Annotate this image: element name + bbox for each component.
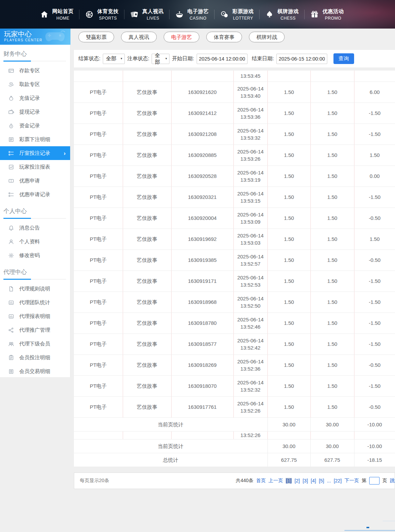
page-link-1[interactable]: [1] (286, 478, 292, 483)
share-icon (8, 327, 14, 333)
end-date-input[interactable] (276, 54, 327, 64)
page-link-3[interactable]: [3] (303, 478, 308, 483)
tab-chess-battle[interactable]: 棋牌对战 (249, 32, 285, 42)
cell-valid-bet: 1.50 (310, 333, 354, 354)
nav-item-label-en: HOME (52, 16, 74, 21)
page-summary-bet: 30.00 (267, 439, 310, 453)
hall-list-icon (8, 150, 14, 156)
nav-item-lottery[interactable]: 彩票游戏 LOTTERY (215, 8, 259, 21)
page-links: [1][2][3][4][5]...[22] (286, 478, 342, 483)
page-summary-row: 当前页统计 30.00 30.00 -10.00 (74, 439, 395, 453)
sidebar-item-member-bet-details[interactable]: 会员投注明细 › (0, 351, 70, 364)
next-page-link[interactable]: 下一页 (344, 478, 359, 484)
scrollbar-track[interactable] (344, 530, 395, 531)
first-page-link[interactable]: 首页 (256, 478, 266, 484)
page-ellipsis[interactable]: ... (327, 478, 331, 483)
order-status-select[interactable]: 全部 ▼ (152, 54, 169, 64)
sidebar-item-promo-apply[interactable]: 优惠申请 › (0, 174, 70, 188)
sidebar-item-player-bet-report[interactable]: 玩家投注报表 › (0, 160, 70, 174)
cell-game: 艺伎故事 (123, 124, 171, 145)
settle-status-select[interactable]: 全部 ▼ (103, 54, 125, 64)
scrollbar-thumb[interactable] (366, 527, 369, 528)
sidebar-item-recharge-records[interactable]: 充值记录 › (0, 91, 70, 105)
cell-hall: PT电子 (74, 270, 123, 291)
sidebar-item-member-trans-details[interactable]: 会员交易明细 › (0, 364, 70, 377)
page-link-4[interactable]: [4] (311, 478, 316, 483)
cell-bet-id: 1630921620 (171, 82, 233, 103)
table-row: PT电子 艺伎故事 1630918070 2025-06-1413:52:32 … (74, 375, 395, 396)
spade-icon (265, 10, 274, 19)
query-button[interactable]: 查询 (333, 53, 354, 64)
sidebar-item-hall-bet-records[interactable]: 厅室投注记录 › (0, 146, 70, 160)
cell-bet-amount: 1.50 (267, 208, 310, 228)
sidebar-item-promo-apply-records[interactable]: 优惠申请记录 › (0, 188, 70, 201)
top-nav: 网站首页 HOME 体育竞技 SPORTS 真人视讯 LIVES 电子游艺 CA… (0, 0, 395, 29)
order-status-value: 全部 (155, 52, 163, 65)
sidebar-item-label: 个人资料 (19, 238, 40, 245)
tab-double-win-lottery[interactable]: 雙贏彩票 (78, 32, 114, 42)
page-link-5[interactable]: [5] (319, 478, 324, 483)
start-date-input[interactable] (197, 54, 248, 64)
tab-electronic-games[interactable]: 电子游艺 (164, 32, 199, 42)
table-row: PT电子 艺伎故事 1630921412 2025-06-1413:53:36 … (74, 103, 395, 124)
cell-game: 艺伎故事 (123, 333, 171, 354)
lottery-balls-icon (220, 10, 229, 19)
cell-win-loss: 1.50 (354, 145, 395, 166)
report-chart-icon (8, 164, 14, 170)
sidebar-item-label: 充值记录 (19, 95, 40, 102)
sidebar-item-withdraw-records[interactable]: 提现记录 › (0, 105, 70, 119)
nav-item-lives[interactable]: 真人视讯 LIVES (124, 8, 169, 21)
sidebar-item-agent-rules[interactable]: 代理规则说明 › (0, 282, 70, 296)
sidebar-item-lottery-bet-details[interactable]: 彩票下注明细 › (0, 132, 70, 146)
page-link-22[interactable]: [22] (334, 478, 342, 483)
sidebar-item-withdraw-zone[interactable]: 取款专区 › (0, 77, 70, 91)
sidebar-item-label: 彩票下注明细 (19, 136, 50, 143)
sidebar-item-change-password[interactable]: 修改密码 › (0, 248, 70, 262)
prev-page-link[interactable]: 上一页 (268, 478, 283, 484)
cell-time: 13:53:45 (233, 71, 267, 82)
cell-valid-bet: 1.50 (310, 228, 354, 249)
nav-item-label-en: CASINO (187, 16, 209, 21)
nav-item-promo[interactable]: 优惠活动 PROMO (305, 8, 349, 21)
cell-valid-bet: 1.50 (310, 354, 354, 375)
sidebar-item-agent-promotion[interactable]: 代理推广管理 › (0, 323, 70, 337)
cell-bet-amount: 1.50 (267, 103, 310, 124)
cell-bet-amount: 1.50 (267, 249, 310, 270)
cell-game: 艺伎故事 (123, 103, 171, 124)
nav-item-home[interactable]: 网站首页 HOME (34, 8, 79, 21)
pagination-bar: 每页显示20条 共440条 首页 上一页 [1][2][3][4][5]...[… (74, 472, 395, 489)
sidebar-item-label: 提现记录 (19, 109, 40, 115)
cell-bet-id: 1630918968 (171, 291, 233, 312)
sidebar-item-agent-team-stats[interactable]: 代理团队统计 › (0, 296, 70, 309)
nav-item-casino[interactable]: 电子游艺 CASINO (169, 8, 214, 21)
nav-item-sports[interactable]: 体育竞技 SPORTS (79, 8, 124, 21)
sidebar-item-profile[interactable]: 个人资料 › (0, 235, 70, 248)
sidebar-item-funds-records[interactable]: 资金记录 › (0, 119, 70, 132)
nav-item-label-cn: 优惠活动 (322, 8, 344, 15)
sidebar-item-messages[interactable]: 消息公告 › (0, 221, 70, 235)
total-count: 共440条 (236, 478, 253, 484)
sidebar-item-deposit-zone[interactable]: 存款专区 › (0, 64, 70, 77)
sidebar-section: 代理中心 代理规则说明 › 代理团队统计 › 代理报表明细 › 代理推广管理 ›… (0, 268, 70, 377)
cell-hall: PT电子 (74, 375, 123, 396)
tab-sports-events[interactable]: 体育赛事 (206, 32, 242, 42)
cell-win-loss: -0.50 (354, 354, 395, 375)
nav-item-chess[interactable]: 棋牌游戏 CHESS (260, 8, 304, 21)
sidebar-item-agent-sub-members[interactable]: 代理下级会员 › (0, 337, 70, 351)
cell-bet-amount: 1.50 (267, 396, 310, 417)
jump-button[interactable]: 跳转 (390, 478, 395, 484)
cell-game: 艺伎故事 (123, 208, 171, 228)
sidebar-item-label: 会员交易明细 (19, 368, 50, 375)
jump-page-input[interactable] (369, 477, 380, 485)
page-link-2[interactable]: [2] (295, 478, 300, 483)
home-icon (40, 10, 49, 19)
tab-live-video[interactable]: 真人视讯 (121, 32, 157, 42)
cell-win-loss: -1.50 (354, 333, 395, 354)
document-icon (8, 286, 14, 292)
cell-valid-bet: 1.50 (310, 312, 354, 333)
page-summary-winloss: -10.00 (354, 417, 395, 431)
page-summary-valid: 30.00 (310, 439, 354, 453)
page: 网站首页 HOME 体育竞技 SPORTS 真人视讯 LIVES 电子游艺 CA… (0, 0, 395, 532)
sidebar-item-agent-report-details[interactable]: 代理报表明细 › (0, 309, 70, 323)
cell-time: 2025-06-1413:52:32 (233, 375, 267, 396)
